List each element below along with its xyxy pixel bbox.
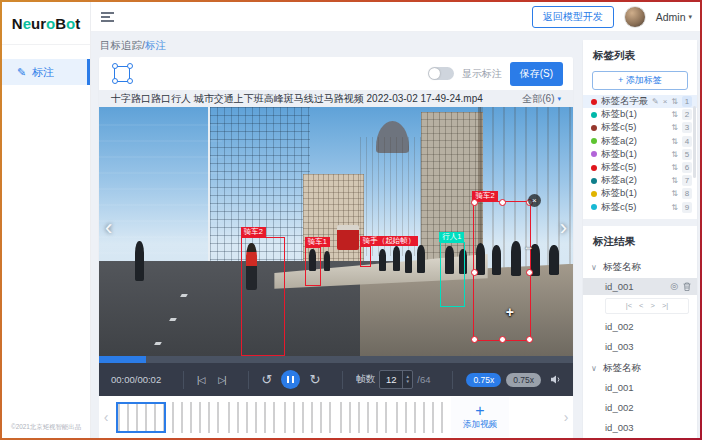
sidebar-item-label: 标注 bbox=[32, 65, 54, 80]
sort-tag-icon[interactable]: ⇅ bbox=[671, 123, 678, 132]
locate-icon[interactable]: ◎ bbox=[670, 281, 678, 291]
delete-tag-icon[interactable]: × bbox=[663, 97, 668, 106]
breadcrumb-parent[interactable]: 目标追踪 bbox=[100, 39, 142, 51]
resize-handle[interactable] bbox=[471, 269, 478, 276]
annotation-box[interactable]: 行人1 bbox=[440, 242, 465, 307]
sidebar-item-annotate[interactable]: ✎ 标注 bbox=[2, 59, 90, 85]
speed-pill-active[interactable]: 0.75x bbox=[466, 373, 501, 387]
resize-handle[interactable] bbox=[471, 336, 478, 343]
sort-tag-icon[interactable]: ⇅ bbox=[671, 203, 678, 212]
tag-shortcut-number: 7 bbox=[682, 175, 692, 186]
tag-list-item[interactable]: 标签c(5)⇅9 bbox=[583, 201, 697, 214]
video-filter-dropdown[interactable]: 全部(6) ▾ bbox=[522, 92, 561, 106]
tag-list-item[interactable]: 标签b(1)⇅2 bbox=[583, 108, 697, 121]
collapse-caret-icon[interactable]: ∨ bbox=[591, 364, 598, 373]
pager-button[interactable]: |< bbox=[626, 301, 632, 310]
result-item[interactable]: id_002 bbox=[583, 318, 697, 335]
resize-handle[interactable] bbox=[499, 199, 506, 206]
trash-icon[interactable] bbox=[683, 282, 691, 291]
sort-tag-icon[interactable]: ⇅ bbox=[671, 110, 678, 119]
next-video-chevron[interactable]: › bbox=[560, 217, 567, 239]
video-thumbnail[interactable] bbox=[172, 402, 222, 433]
tag-color-dot bbox=[591, 138, 597, 144]
collapse-caret-icon[interactable]: ∨ bbox=[591, 263, 598, 272]
tag-list-item[interactable]: 标签名字最长数...✎×⇅1 bbox=[583, 95, 697, 108]
result-group-row[interactable]: ∨标签名称 bbox=[583, 257, 697, 278]
back-to-model-dev-button[interactable]: 返回模型开发 bbox=[532, 6, 614, 28]
tag-list-item[interactable]: 标签b(1)⇅8 bbox=[583, 187, 697, 200]
step-down-icon[interactable]: ▼ bbox=[406, 380, 410, 385]
add-tag-button[interactable]: + 添加标签 bbox=[592, 71, 688, 90]
result-item[interactable]: id_003 bbox=[583, 338, 697, 355]
user-menu[interactable]: Admin ▾ bbox=[656, 11, 692, 23]
filmstrip-next-chevron[interactable]: › bbox=[561, 409, 571, 425]
tag-name: 标签名字最长数... bbox=[601, 95, 648, 108]
video-stage[interactable]: 骑车2骑车1骑手（起始帧）行人1骑车2× ‹ › + ↔ bbox=[99, 107, 573, 356]
rewind-10-icon[interactable]: ↺ bbox=[262, 372, 273, 387]
next-frame-icon[interactable]: ▷| bbox=[218, 375, 225, 385]
volume-icon[interactable] bbox=[550, 374, 561, 385]
show-annotation-toggle[interactable] bbox=[428, 67, 454, 80]
result-group-row[interactable]: ∨标签名称 bbox=[583, 358, 697, 379]
forward-10-icon[interactable]: ↻ bbox=[309, 372, 320, 387]
tag-list-item[interactable]: 标签a(2)⇅7 bbox=[583, 174, 697, 187]
video-thumbnail[interactable] bbox=[396, 402, 446, 433]
annotation-result-section: 标注结果 ∨标签名称id_001◎|<<>>|id_002id_003∨标签名称… bbox=[583, 226, 697, 438]
tag-list-item[interactable]: 标签c(5)⇅3 bbox=[583, 121, 697, 134]
sort-tag-icon[interactable]: ⇅ bbox=[671, 137, 678, 146]
pager-button[interactable]: >| bbox=[662, 301, 668, 310]
result-item[interactable]: id_003 bbox=[583, 419, 697, 436]
bbox-tool-icon[interactable] bbox=[114, 66, 130, 82]
video-progress-bar[interactable] bbox=[99, 356, 573, 363]
logo-letter: ur bbox=[31, 15, 46, 32]
sort-tag-icon[interactable]: ⇅ bbox=[671, 150, 678, 159]
resize-handle[interactable] bbox=[499, 336, 506, 343]
add-video-button[interactable]: + 添加视频 bbox=[451, 397, 509, 437]
top-bar: 返回模型开发 Admin ▾ bbox=[90, 2, 700, 32]
result-item[interactable]: id_001◎ bbox=[583, 278, 697, 295]
result-item[interactable]: id_002 bbox=[583, 399, 697, 416]
sort-tag-icon[interactable]: ⇅ bbox=[671, 189, 678, 198]
sort-tag-icon[interactable]: ⇅ bbox=[671, 163, 678, 172]
filmstrip-prev-chevron[interactable]: ‹ bbox=[101, 409, 111, 425]
result-id: id_003 bbox=[605, 341, 634, 352]
tag-list-item[interactable]: 标签a(2)⇅4 bbox=[583, 135, 697, 148]
delete-box-icon[interactable]: × bbox=[528, 194, 541, 207]
toggle-knob bbox=[429, 68, 440, 79]
tag-color-dot bbox=[591, 165, 597, 171]
annotation-box[interactable]: 骑车2 bbox=[241, 237, 285, 356]
pager-button[interactable]: < bbox=[639, 301, 643, 310]
annotation-box[interactable]: 骑车2× bbox=[473, 201, 531, 341]
video-thumbnail[interactable] bbox=[284, 402, 334, 433]
save-button[interactable]: 保存(S) bbox=[510, 62, 563, 86]
resize-handle[interactable] bbox=[471, 199, 478, 206]
result-id: id_002 bbox=[605, 321, 634, 332]
avatar[interactable] bbox=[624, 6, 646, 28]
video-thumbnail[interactable] bbox=[228, 402, 278, 433]
menu-fold-icon[interactable] bbox=[101, 12, 114, 22]
result-item[interactable]: id_001 bbox=[583, 379, 697, 396]
prev-frame-icon[interactable]: |◁ bbox=[197, 375, 204, 385]
prev-video-chevron[interactable]: ‹ bbox=[105, 217, 112, 239]
resize-handle[interactable] bbox=[526, 336, 533, 343]
frame-count-label: 帧数 bbox=[356, 373, 375, 386]
frame-number-input[interactable]: 12 ▲▼ bbox=[379, 370, 413, 389]
tag-list-item[interactable]: 标签c(5)⇅6 bbox=[583, 161, 697, 174]
annotation-box[interactable]: 骑车1 bbox=[305, 247, 321, 286]
logo-letter: t bbox=[75, 15, 80, 32]
toolbar-right: 显示标注 保存(S) bbox=[428, 62, 563, 86]
edit-tag-icon[interactable]: ✎ bbox=[652, 97, 659, 106]
app-logo: NeuroBot bbox=[2, 2, 90, 45]
frame-stepper[interactable]: ▲▼ bbox=[402, 371, 412, 388]
speed-pill[interactable]: 0.75x bbox=[506, 373, 541, 387]
video-thumbnail[interactable] bbox=[116, 402, 166, 433]
sort-tag-icon[interactable]: ⇅ bbox=[671, 176, 678, 185]
scrollbar[interactable] bbox=[693, 106, 696, 178]
annotation-box[interactable]: 骑手（起始帧） bbox=[360, 246, 371, 267]
tag-list-item[interactable]: 标签b(1)⇅5 bbox=[583, 148, 697, 161]
video-thumbnail[interactable] bbox=[340, 402, 390, 433]
resize-handle[interactable] bbox=[526, 269, 533, 276]
sort-tag-icon[interactable]: ⇅ bbox=[671, 97, 678, 106]
pager-button[interactable]: > bbox=[651, 301, 655, 310]
pause-button[interactable] bbox=[281, 370, 300, 389]
